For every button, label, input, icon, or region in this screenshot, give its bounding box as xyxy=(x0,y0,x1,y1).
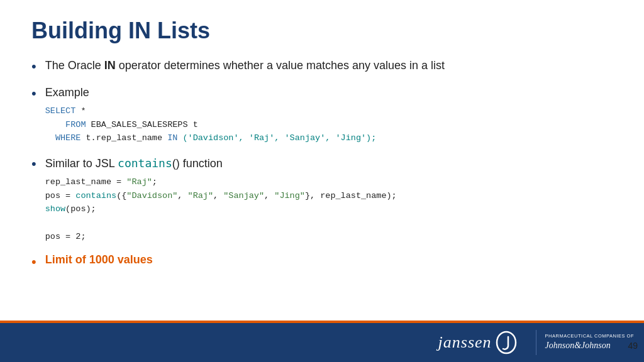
jsl-line-4 xyxy=(45,216,613,230)
janssen-symbol xyxy=(494,331,518,354)
bullet-point: • xyxy=(31,85,36,102)
jsl-code-block: rep_last_name = "Raj"; pos = contains({"… xyxy=(45,175,613,243)
select-rest: * xyxy=(75,106,86,116)
item-content: Similar to JSL contains() function rep_l… xyxy=(45,155,613,243)
jsl-line-1: rep_last_name = "Raj"; xyxy=(45,175,613,189)
item-content: Limit of 1000 values xyxy=(45,253,613,266)
in-values: ('Davidson', 'Raj', 'Sanjay', 'Jing'); xyxy=(177,133,376,143)
jsl-line-5: pos = 2; xyxy=(45,230,613,244)
limit-text: Limit of 1000 values xyxy=(45,253,153,266)
bullet-point: • xyxy=(31,58,36,75)
in-keyword-sql: IN xyxy=(167,133,177,143)
bullet-3-text: Similar to JSL contains() function xyxy=(45,157,223,170)
jsl-line-2: pos = contains({"Davidson", "Raj", "Sanj… xyxy=(45,189,613,203)
jj-label: Johnson&Johnson xyxy=(545,339,634,352)
sql-code-block: SELECT * FROM EBA_SALES_SALESREPS t WHER… xyxy=(45,104,613,145)
pharma-companies-label: PHARMACEUTICAL COMPANIES OF xyxy=(545,333,634,340)
from-rest: EBA_SALES_SALESREPS t xyxy=(86,120,198,129)
contains-inline-code: contains xyxy=(118,156,172,170)
janssen-text: janssen xyxy=(438,333,492,352)
list-item: • Similar to JSL contains() function rep… xyxy=(31,155,613,243)
from-keyword: FROM xyxy=(65,120,86,129)
sql-line-1: SELECT * xyxy=(45,104,613,118)
bullet-2-text: Example xyxy=(45,86,89,99)
jsl-line-3: show(pos); xyxy=(45,202,613,216)
where-field: t.rep_last_name xyxy=(80,133,167,143)
pharma-text: PHARMACEUTICAL COMPANIES OF Johnson&John… xyxy=(545,333,634,352)
bullet-point: • xyxy=(31,156,36,172)
list-item: • The Oracle IN operator determines whet… xyxy=(31,58,613,75)
sql-line-3: WHERE t.rep_last_name IN ('Davidson', 'R… xyxy=(45,131,613,145)
in-keyword: IN xyxy=(104,59,116,72)
sql-line-2: FROM EBA_SALES_SALESREPS t xyxy=(45,118,613,132)
bullet-point-limit: • xyxy=(31,254,36,270)
footer: janssen PHARMACEUTICAL COMPANIES OF John… xyxy=(0,323,644,362)
slide-title: Building IN Lists xyxy=(31,18,613,44)
janssen-logo: janssen xyxy=(438,331,518,354)
item-content: The Oracle IN operator determines whethe… xyxy=(45,58,613,74)
where-keyword: WHERE xyxy=(55,133,81,143)
list-item: • Example SELECT * FROM EBA_SALES_SALESR… xyxy=(31,85,613,145)
list-item: • Limit of 1000 values xyxy=(31,253,613,270)
content-list: • The Oracle IN operator determines whet… xyxy=(31,58,613,270)
footer-inner: janssen PHARMACEUTICAL COMPANIES OF John… xyxy=(438,330,634,355)
footer-divider xyxy=(536,330,536,355)
slide: Building IN Lists • The Oracle IN operat… xyxy=(0,0,644,362)
bullet-1-text: The Oracle IN operator determines whethe… xyxy=(45,59,445,72)
page-number: 49 xyxy=(628,341,638,351)
select-keyword: SELECT xyxy=(45,106,76,116)
item-content: Example SELECT * FROM EBA_SALES_SALESREP… xyxy=(45,85,613,145)
